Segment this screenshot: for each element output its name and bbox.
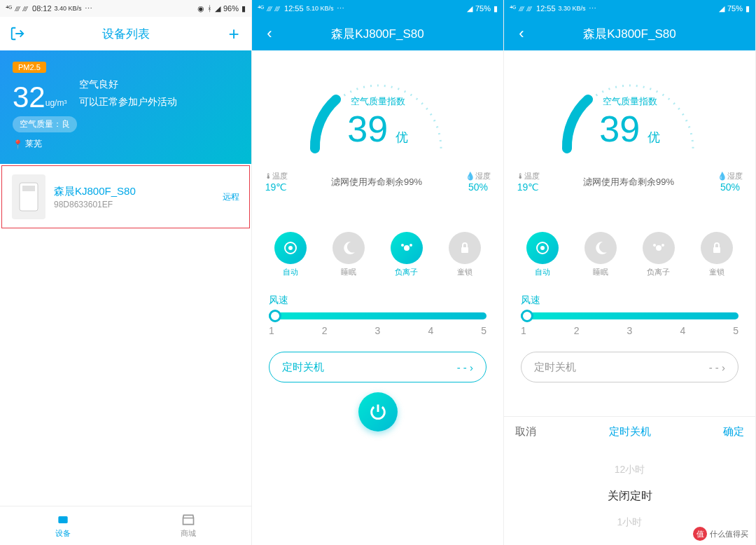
svg-point-6 — [401, 244, 404, 247]
mode-auto[interactable]: 自动 — [526, 232, 559, 277]
more-icon: ⋯ — [337, 4, 344, 13]
svg-point-5 — [404, 245, 410, 251]
mode-sleep[interactable]: 睡眠 — [584, 232, 617, 277]
svg-rect-1 — [22, 186, 35, 191]
status-net: 5.10 KB/s — [307, 5, 334, 12]
fan-section: 风速 1 2 3 4 5 — [252, 289, 503, 342]
page-title: 森晨KJ800F_S80 — [583, 26, 676, 42]
picker-confirm[interactable]: 确定 — [723, 425, 744, 439]
quality-badge: 空气质量：良 — [13, 116, 77, 132]
more-icon: ⋯ — [85, 4, 92, 13]
nav-shop[interactable]: 商城 — [126, 506, 252, 545]
location-icon: ◉ — [197, 4, 204, 13]
filter-text: 滤网使用寿命剩余99% — [331, 176, 422, 188]
thermometer-icon: 🌡 — [517, 172, 524, 180]
device-image — [12, 174, 46, 219]
svg-point-13 — [662, 244, 664, 247]
location-row[interactable]: 📍 莱芜 — [13, 138, 239, 150]
pm-badge: PM2.5 — [13, 62, 46, 73]
page-title: 设备列表 — [102, 26, 150, 42]
gauge: 空气质量指数 39 优 — [252, 50, 503, 157]
battery-text: 75% — [727, 4, 743, 13]
env-row: 🌡温度 19℃ 滤网使用寿命剩余99% 💧湿度 50% — [252, 171, 503, 193]
timer-button[interactable]: 定时关机 - - › — [521, 352, 738, 382]
hum-value: 50% — [718, 181, 743, 193]
timer-button[interactable]: 定时关机 - - › — [269, 352, 486, 382]
status-net: 3.30 KB/s — [559, 5, 586, 12]
device-mac: 98D8633601EF — [54, 200, 214, 209]
temp-value: 19℃ — [265, 181, 288, 193]
wifi-icon: ◢ — [467, 4, 472, 13]
status-bar: ⁴ᴳ ⫻⫻ 08:12 3.40 KB/s ⋯ ◉ ᚼ ◢ 96% ▮ — [0, 0, 251, 17]
device-name: 森晨KJ800F_S80 — [54, 185, 214, 198]
bottom-nav: 设备 商城 — [0, 506, 251, 545]
watermark-icon: 值 — [693, 527, 707, 541]
picker-item-selected[interactable]: 关闭定时 — [608, 489, 652, 504]
signal-icon: ⁴ᴳ ⫻⫻ — [6, 4, 29, 13]
mode-ion[interactable]: 负离子 — [391, 232, 423, 277]
device-tag: 远程 — [223, 191, 239, 203]
pin-icon: 📍 — [13, 139, 23, 149]
status-time: 12:55 — [536, 4, 556, 13]
status-net: 3.40 KB/s — [55, 5, 82, 12]
page-title: 森晨KJ800F_S80 — [331, 26, 424, 42]
nav-devices[interactable]: 设备 — [0, 506, 126, 545]
svg-point-7 — [410, 244, 412, 247]
fan-label: 风速 — [269, 294, 486, 307]
back-button[interactable]: ‹ — [262, 26, 277, 41]
more-icon: ⋯ — [589, 4, 596, 13]
quality-text: 空气良好 — [79, 77, 177, 92]
svg-point-12 — [653, 244, 656, 247]
wifi-icon: ◢ — [719, 4, 724, 13]
add-button[interactable]: + — [226, 26, 241, 41]
mode-lock[interactable]: 童锁 — [701, 232, 733, 277]
navbar: ‹ 森晨KJ800F_S80 — [504, 17, 755, 50]
status-time: 08:12 — [32, 4, 52, 13]
picker-title: 定时关机 — [609, 425, 651, 439]
mode-sleep[interactable]: 睡眠 — [332, 232, 365, 277]
svg-point-11 — [656, 245, 662, 251]
temp-value: 19℃ — [517, 181, 540, 193]
back-button[interactable]: ‹ — [514, 26, 529, 41]
bluetooth-icon: ᚼ — [207, 4, 212, 13]
power-button[interactable] — [358, 392, 398, 432]
status-bar: ⁴ᴳ ⫻⫻ 12:55 5.10 KB/s ⋯ ◢ 75% ▮ — [252, 0, 503, 17]
droplet-icon: 💧 — [718, 172, 727, 180]
navbar: 设备列表 + — [0, 17, 251, 50]
droplet-icon: 💧 — [465, 172, 475, 180]
fan-slider[interactable] — [521, 312, 738, 319]
device-item[interactable]: 森晨KJ800F_S80 98D8633601EF 远程 — [1, 165, 250, 228]
mode-ion[interactable]: 负离子 — [643, 232, 675, 277]
status-time: 12:55 — [284, 4, 304, 13]
fan-label: 风速 — [521, 294, 738, 307]
chevron-right-icon: › — [722, 361, 725, 373]
mode-auto[interactable]: 自动 — [274, 232, 307, 277]
battery-icon: ▮ — [241, 4, 246, 13]
chevron-right-icon: › — [470, 361, 473, 373]
logout-icon[interactable] — [10, 26, 25, 41]
thermometer-icon: 🌡 — [265, 172, 272, 180]
picker-item[interactable]: 1小时 — [617, 516, 643, 529]
mode-lock[interactable]: 童锁 — [449, 232, 481, 277]
fan-slider[interactable] — [269, 312, 486, 319]
signal-icon: ⁴ᴳ ⫻⫻ — [510, 4, 533, 13]
picker-cancel[interactable]: 取消 — [515, 425, 536, 439]
svg-point-4 — [288, 246, 293, 250]
mode-row: 自动 睡眠 负离子 童锁 — [504, 221, 755, 289]
watermark: 值 什么值得买 — [689, 525, 752, 542]
hum-value: 50% — [465, 181, 491, 193]
signal-icon: ⁴ᴳ ⫻⫻ — [258, 4, 281, 13]
svg-rect-2 — [58, 516, 67, 523]
battery-icon: ▮ — [493, 4, 498, 13]
picker-item[interactable]: 12小时 — [615, 464, 645, 476]
panel-device-list: ⁴ᴳ ⫻⫻ 08:12 3.40 KB/s ⋯ ◉ ᚼ ◢ 96% ▮ 设备列表… — [0, 0, 252, 545]
panel-device-control: ⁴ᴳ ⫻⫻ 12:55 5.10 KB/s ⋯ ◢ 75% ▮ ‹ 森晨KJ80… — [252, 0, 504, 545]
status-bar: ⁴ᴳ ⫻⫻ 12:55 3.30 KB/s ⋯ ◢ 75% ▮ — [504, 0, 755, 17]
advice-text: 可以正常参加户外活动 — [79, 95, 177, 109]
aqi-unit: ug/m³ — [46, 98, 67, 108]
gauge: 空气质量指数 39 优 — [504, 50, 755, 157]
navbar: ‹ 森晨KJ800F_S80 — [252, 17, 503, 50]
battery-text: 96% — [223, 4, 239, 13]
mode-row: 自动 睡眠 负离子 童锁 — [252, 221, 503, 289]
aqi-value: 32 — [13, 83, 46, 112]
